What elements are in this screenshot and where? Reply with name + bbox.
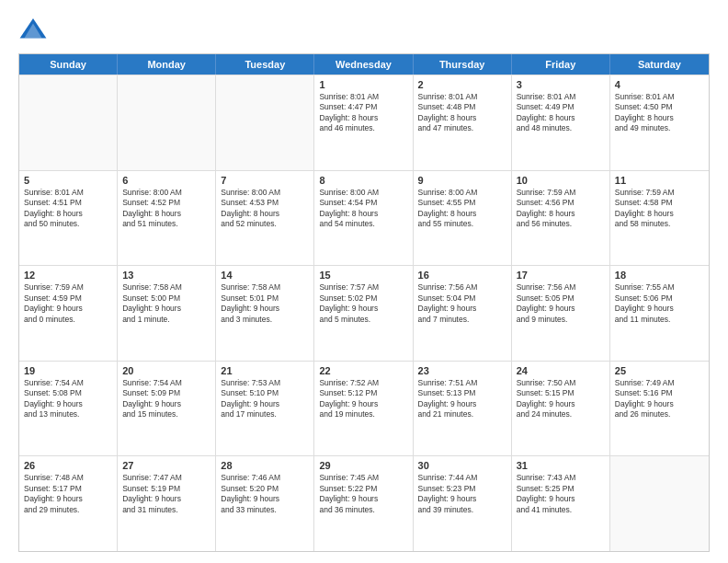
cell-content: Sunrise: 7:53 AM Sunset: 5:10 PM Dayligh… xyxy=(221,378,309,420)
cell-content: Sunrise: 7:58 AM Sunset: 5:01 PM Dayligh… xyxy=(221,282,309,325)
day-cell-27: 27Sunrise: 7:47 AM Sunset: 5:19 PM Dayli… xyxy=(118,456,216,551)
empty-cell xyxy=(610,456,709,551)
day-cell-9: 9Sunrise: 8:00 AM Sunset: 4:55 PM Daylig… xyxy=(414,171,512,266)
day-number: 29 xyxy=(319,460,407,471)
cell-content: Sunrise: 7:47 AM Sunset: 5:19 PM Dayligh… xyxy=(122,473,210,515)
day-cell-25: 25Sunrise: 7:49 AM Sunset: 5:16 PM Dayli… xyxy=(610,362,709,456)
day-number: 21 xyxy=(221,365,309,376)
day-number: 6 xyxy=(122,175,210,186)
day-number: 3 xyxy=(517,79,605,90)
day-cell-3: 3Sunrise: 8:01 AM Sunset: 4:49 PM Daylig… xyxy=(512,75,610,170)
day-number: 15 xyxy=(319,270,407,281)
cell-content: Sunrise: 7:45 AM Sunset: 5:22 PM Dayligh… xyxy=(319,473,407,515)
cell-content: Sunrise: 8:00 AM Sunset: 4:52 PM Dayligh… xyxy=(122,188,210,230)
calendar-body: 1Sunrise: 8:01 AM Sunset: 4:47 PM Daylig… xyxy=(19,75,709,551)
cell-content: Sunrise: 7:46 AM Sunset: 5:20 PM Dayligh… xyxy=(221,473,309,515)
day-cell-4: 4Sunrise: 8:01 AM Sunset: 4:50 PM Daylig… xyxy=(610,75,709,170)
header-day-saturday: Saturday xyxy=(610,54,709,75)
day-cell-12: 12Sunrise: 7:59 AM Sunset: 4:59 PM Dayli… xyxy=(19,266,118,361)
cell-content: Sunrise: 7:48 AM Sunset: 5:17 PM Dayligh… xyxy=(24,473,112,515)
cell-content: Sunrise: 7:43 AM Sunset: 5:25 PM Dayligh… xyxy=(517,473,605,515)
day-number: 13 xyxy=(122,270,210,281)
cell-content: Sunrise: 8:01 AM Sunset: 4:49 PM Dayligh… xyxy=(517,92,605,134)
day-cell-7: 7Sunrise: 8:00 AM Sunset: 4:53 PM Daylig… xyxy=(216,171,314,266)
day-cell-20: 20Sunrise: 7:54 AM Sunset: 5:09 PM Dayli… xyxy=(118,362,216,456)
cell-content: Sunrise: 7:44 AM Sunset: 5:23 PM Dayligh… xyxy=(418,473,506,515)
day-cell-6: 6Sunrise: 8:00 AM Sunset: 4:52 PM Daylig… xyxy=(118,171,216,266)
cell-content: Sunrise: 7:54 AM Sunset: 5:09 PM Dayligh… xyxy=(122,378,210,420)
header-day-wednesday: Wednesday xyxy=(314,54,413,75)
logo xyxy=(18,15,53,44)
day-number: 11 xyxy=(615,175,704,186)
day-cell-31: 31Sunrise: 7:43 AM Sunset: 5:25 PM Dayli… xyxy=(512,456,610,551)
cell-content: Sunrise: 7:55 AM Sunset: 5:06 PM Dayligh… xyxy=(615,282,704,325)
cell-content: Sunrise: 7:52 AM Sunset: 5:12 PM Dayligh… xyxy=(319,378,407,420)
day-number: 1 xyxy=(319,79,407,90)
day-number: 14 xyxy=(221,270,309,281)
cell-content: Sunrise: 8:00 AM Sunset: 4:54 PM Dayligh… xyxy=(319,188,407,230)
day-cell-8: 8Sunrise: 8:00 AM Sunset: 4:54 PM Daylig… xyxy=(314,171,413,266)
calendar-header: SundayMondayTuesdayWednesdayThursdayFrid… xyxy=(19,54,709,75)
day-number: 18 xyxy=(615,270,704,281)
day-cell-15: 15Sunrise: 7:57 AM Sunset: 5:02 PM Dayli… xyxy=(314,266,413,361)
cell-content: Sunrise: 8:01 AM Sunset: 4:50 PM Dayligh… xyxy=(615,92,704,134)
day-number: 8 xyxy=(319,175,407,186)
day-cell-18: 18Sunrise: 7:55 AM Sunset: 5:06 PM Dayli… xyxy=(610,266,709,361)
cell-content: Sunrise: 8:01 AM Sunset: 4:47 PM Dayligh… xyxy=(319,92,407,134)
day-cell-19: 19Sunrise: 7:54 AM Sunset: 5:08 PM Dayli… xyxy=(19,362,118,456)
header-day-monday: Monday xyxy=(118,54,216,75)
day-number: 19 xyxy=(24,365,112,376)
day-number: 22 xyxy=(319,365,407,376)
cell-content: Sunrise: 7:57 AM Sunset: 5:02 PM Dayligh… xyxy=(319,282,407,325)
day-number: 17 xyxy=(517,270,605,281)
header-day-thursday: Thursday xyxy=(414,54,512,75)
header-day-friday: Friday xyxy=(512,54,610,75)
day-number: 20 xyxy=(122,365,210,376)
cell-content: Sunrise: 8:01 AM Sunset: 4:48 PM Dayligh… xyxy=(418,92,506,134)
day-number: 31 xyxy=(517,460,605,471)
cell-content: Sunrise: 7:50 AM Sunset: 5:15 PM Dayligh… xyxy=(517,378,605,420)
day-cell-1: 1Sunrise: 8:01 AM Sunset: 4:47 PM Daylig… xyxy=(314,75,413,170)
day-cell-26: 26Sunrise: 7:48 AM Sunset: 5:17 PM Dayli… xyxy=(19,456,118,551)
day-number: 24 xyxy=(517,365,605,376)
header-day-sunday: Sunday xyxy=(19,54,118,75)
day-number: 5 xyxy=(24,175,112,186)
cell-content: Sunrise: 7:58 AM Sunset: 5:00 PM Dayligh… xyxy=(122,282,210,325)
cell-content: Sunrise: 8:01 AM Sunset: 4:51 PM Dayligh… xyxy=(24,188,112,230)
week-row-1: 1Sunrise: 8:01 AM Sunset: 4:47 PM Daylig… xyxy=(19,75,709,170)
day-number: 10 xyxy=(517,175,605,186)
day-cell-22: 22Sunrise: 7:52 AM Sunset: 5:12 PM Dayli… xyxy=(314,362,413,456)
day-cell-16: 16Sunrise: 7:56 AM Sunset: 5:04 PM Dayli… xyxy=(414,266,512,361)
empty-cell xyxy=(118,75,216,170)
day-number: 9 xyxy=(418,175,506,186)
day-number: 28 xyxy=(221,460,309,471)
day-number: 4 xyxy=(615,79,704,90)
day-cell-29: 29Sunrise: 7:45 AM Sunset: 5:22 PM Dayli… xyxy=(314,456,413,551)
day-cell-21: 21Sunrise: 7:53 AM Sunset: 5:10 PM Dayli… xyxy=(216,362,314,456)
day-number: 27 xyxy=(122,460,210,471)
day-cell-14: 14Sunrise: 7:58 AM Sunset: 5:01 PM Dayli… xyxy=(216,266,314,361)
calendar: SundayMondayTuesdayWednesdayThursdayFrid… xyxy=(18,53,710,552)
week-row-2: 5Sunrise: 8:01 AM Sunset: 4:51 PM Daylig… xyxy=(19,170,709,266)
cell-content: Sunrise: 7:54 AM Sunset: 5:08 PM Dayligh… xyxy=(24,378,112,420)
week-row-3: 12Sunrise: 7:59 AM Sunset: 4:59 PM Dayli… xyxy=(19,265,709,361)
day-number: 26 xyxy=(24,460,112,471)
day-cell-30: 30Sunrise: 7:44 AM Sunset: 5:23 PM Dayli… xyxy=(414,456,512,551)
day-number: 2 xyxy=(418,79,506,90)
day-number: 12 xyxy=(24,270,112,281)
day-cell-5: 5Sunrise: 8:01 AM Sunset: 4:51 PM Daylig… xyxy=(19,171,118,266)
cell-content: Sunrise: 7:56 AM Sunset: 5:05 PM Dayligh… xyxy=(517,282,605,325)
header xyxy=(18,15,710,44)
day-cell-11: 11Sunrise: 7:59 AM Sunset: 4:58 PM Dayli… xyxy=(610,171,709,266)
cell-content: Sunrise: 7:49 AM Sunset: 5:16 PM Dayligh… xyxy=(615,378,704,420)
day-number: 16 xyxy=(418,270,506,281)
day-cell-24: 24Sunrise: 7:50 AM Sunset: 5:15 PM Dayli… xyxy=(512,362,610,456)
day-number: 25 xyxy=(615,365,704,376)
page: SundayMondayTuesdayWednesdayThursdayFrid… xyxy=(0,0,728,563)
day-number: 7 xyxy=(221,175,309,186)
cell-content: Sunrise: 8:00 AM Sunset: 4:55 PM Dayligh… xyxy=(418,188,506,230)
empty-cell xyxy=(216,75,314,170)
week-row-5: 26Sunrise: 7:48 AM Sunset: 5:17 PM Dayli… xyxy=(19,455,709,551)
cell-content: Sunrise: 7:51 AM Sunset: 5:13 PM Dayligh… xyxy=(418,378,506,420)
logo-icon xyxy=(18,15,48,44)
